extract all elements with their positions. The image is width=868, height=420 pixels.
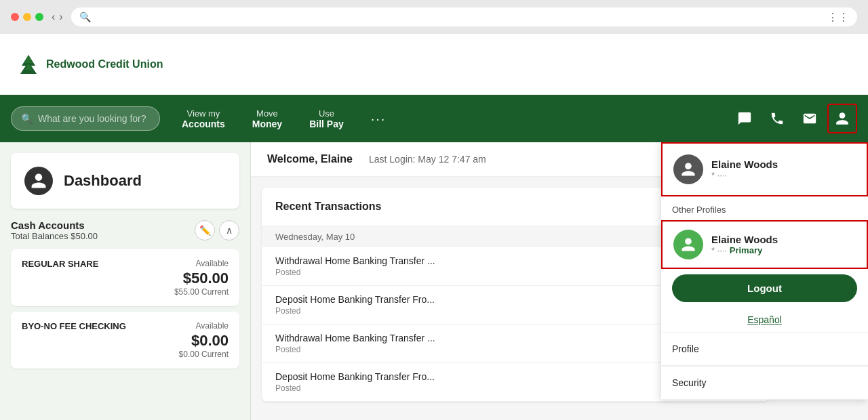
- last-login: Last Login: May 12 7:47 am: [369, 154, 486, 165]
- address-bar[interactable]: 🔍 ⋮⋮: [71, 7, 857, 26]
- account-current: $55.00 Current: [174, 287, 229, 297]
- account-balance-section: Available $50.00 $55.00 Current: [174, 259, 229, 297]
- account-card-checking[interactable]: BYO-NO FEE CHECKING Available $0.00 $0.0…: [11, 312, 239, 369]
- transaction-meta: Posted: [275, 345, 713, 354]
- account-card-header: BYO-NO FEE CHECKING Available $0.00 $0.0…: [22, 321, 229, 359]
- welcome-text: Welcome, Elaine: [267, 153, 353, 165]
- profile-dropdown: Elaine Woods * ···· Other Profiles Elain…: [661, 142, 868, 400]
- nav-bill-pay[interactable]: Use Bill Pay: [298, 103, 355, 135]
- top-bar: Redwood Credit Union: [0, 34, 868, 95]
- transaction-status: Posted: [275, 268, 300, 277]
- profile-icon-button[interactable]: [827, 104, 857, 133]
- security-menu-item[interactable]: Security: [661, 366, 868, 400]
- account-name: REGULAR SHARE: [22, 259, 98, 269]
- avatar-icon: [30, 172, 47, 190]
- profile-current-avatar: [673, 154, 703, 184]
- search-icon: 🔍: [21, 113, 33, 124]
- nav-view-accounts[interactable]: View my Accounts: [171, 103, 236, 135]
- sidebar-dashboard: Dashboard: [11, 153, 239, 209]
- transaction-meta: Posted: [275, 383, 720, 393]
- forward-button[interactable]: ›: [59, 11, 62, 23]
- search-box[interactable]: 🔍: [11, 106, 160, 131]
- back-button[interactable]: ‹: [52, 11, 55, 23]
- profile-other-name: Elaine Woods: [711, 234, 778, 245]
- logo[interactable]: Redwood Credit Union: [16, 52, 163, 77]
- profile-current-mask: * ····: [711, 170, 778, 180]
- profile-other-avatar-icon: [680, 236, 696, 253]
- dashboard-title: Dashboard: [64, 172, 142, 190]
- account-card-regular-share[interactable]: REGULAR SHARE Available $50.00 $55.00 Cu…: [11, 249, 239, 306]
- logo-icon: [16, 52, 41, 77]
- cash-accounts-header: Cash Accounts Total Balances $50.00 ✏️ ∧: [11, 219, 239, 241]
- transaction-status: Posted: [275, 306, 300, 316]
- transaction-meta: Posted: [275, 306, 720, 316]
- transactions-title: Recent Transactions: [275, 201, 382, 213]
- sidebar: Dashboard Cash Accounts Total Balances $…: [0, 142, 251, 420]
- account-balance-section: Available $0.00 $0.00 Current: [179, 321, 229, 359]
- header-actions: ✏️ ∧: [195, 220, 239, 240]
- profile-other-avatar: [673, 230, 703, 259]
- user-icon: [835, 111, 850, 126]
- profile-current-info: Elaine Woods * ····: [711, 159, 778, 180]
- maximize-button[interactable]: [35, 13, 43, 21]
- account-card-header: REGULAR SHARE Available $50.00 $55.00 Cu…: [22, 259, 229, 297]
- profile-other-item[interactable]: Elaine Woods * ···· Primary: [661, 220, 868, 269]
- account-available-label: Available: [179, 321, 229, 331]
- primary-badge: Primary: [730, 245, 762, 255]
- search-browser-icon: 🔍: [79, 12, 91, 22]
- account-balance: $50.00: [174, 270, 229, 287]
- email-icon: [802, 111, 817, 126]
- account-name: BYO-NO FEE CHECKING: [22, 321, 126, 331]
- transaction-desc: Deposit Home Banking Transfer Fro...: [275, 371, 720, 382]
- cash-accounts-title: Cash Accounts: [11, 219, 98, 231]
- cash-accounts-info: Cash Accounts Total Balances $50.00: [11, 219, 98, 241]
- espanol-link[interactable]: Español: [661, 308, 868, 332]
- edit-accounts-button[interactable]: ✏️: [195, 220, 215, 240]
- transaction-status: Posted: [275, 345, 300, 354]
- main-content: Dashboard Cash Accounts Total Balances $…: [0, 142, 868, 420]
- profile-current-item[interactable]: Elaine Woods * ····: [661, 142, 868, 196]
- transaction-status: Posted: [275, 383, 300, 393]
- app: Redwood Credit Union 🔍 View my Accounts …: [0, 34, 868, 420]
- cash-accounts-balance: Total Balances $50.00: [11, 231, 98, 241]
- minimize-button[interactable]: [23, 13, 31, 21]
- nav-links: View my Accounts Move Money Use Bill Pay…: [171, 103, 397, 135]
- browser-chrome: ‹ › 🔍 ⋮⋮: [0, 0, 868, 34]
- cash-accounts-section: Cash Accounts Total Balances $50.00 ✏️ ∧…: [0, 219, 250, 385]
- phone-icon-button[interactable]: [762, 104, 792, 133]
- account-available-label: Available: [174, 259, 229, 268]
- nav-icons: [730, 104, 857, 133]
- close-button[interactable]: [11, 13, 19, 21]
- account-balance: $0.00: [179, 332, 229, 350]
- transaction-desc: Deposit Home Banking Transfer Fro...: [275, 294, 720, 305]
- transaction-desc: Withdrawal Home Banking Transfer ...: [275, 255, 713, 266]
- transaction-desc: Withdrawal Home Banking Transfer ...: [275, 333, 713, 343]
- profile-current-name: Elaine Woods: [711, 159, 778, 170]
- collapse-accounts-button[interactable]: ∧: [219, 220, 239, 240]
- nav-more-button[interactable]: ···: [360, 111, 397, 127]
- email-icon-button[interactable]: [795, 104, 825, 133]
- dashboard-avatar: [24, 167, 53, 195]
- transaction-meta: Posted: [275, 268, 713, 277]
- browser-controls-icon: ⋮⋮: [827, 11, 849, 24]
- logo-text: Redwood Credit Union: [46, 58, 163, 70]
- profile-other-info: Elaine Woods * ···· Primary: [711, 234, 778, 255]
- phone-icon: [770, 111, 785, 126]
- account-current: $0.00 Current: [179, 350, 229, 359]
- logout-button[interactable]: Logout: [672, 274, 857, 302]
- chat-icon-button[interactable]: [730, 104, 760, 133]
- nav-bar: 🔍 View my Accounts Move Money Use Bill P…: [0, 95, 868, 142]
- profile-menu-item[interactable]: Profile: [661, 333, 868, 366]
- chat-icon: [737, 111, 752, 126]
- profile-avatar-icon: [680, 161, 696, 177]
- nav-move-money[interactable]: Move Money: [241, 103, 293, 135]
- profile-other-sub: * ···· Primary: [711, 245, 778, 255]
- search-input[interactable]: [38, 113, 146, 124]
- other-profiles-label: Other Profiles: [661, 196, 868, 220]
- browser-nav-arrows: ‹ ›: [52, 11, 63, 23]
- traffic-lights: [11, 13, 43, 21]
